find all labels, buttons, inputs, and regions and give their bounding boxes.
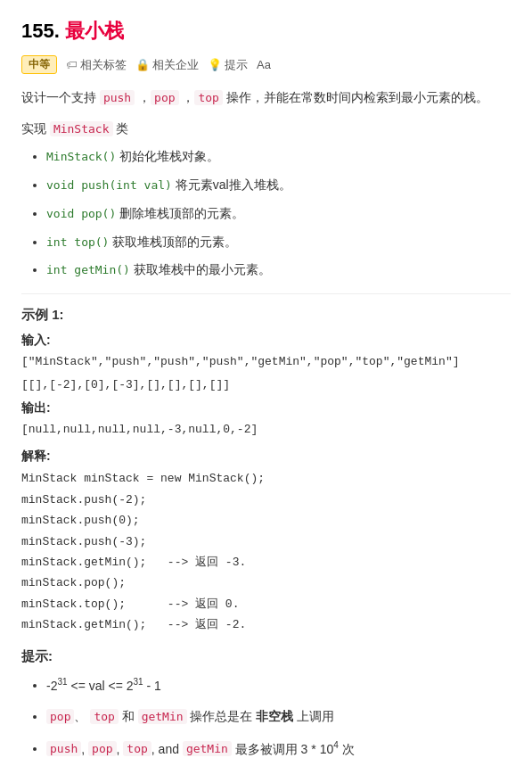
method-desc-2: 将元素val推入堆栈。 xyxy=(176,177,291,192)
method-code-4: int top() xyxy=(46,235,109,249)
method-desc-4: 获取堆栈顶部的元素。 xyxy=(112,235,237,249)
method-code-3: void pop() xyxy=(46,207,116,220)
input-line-2: [[],[-2],[0],[-3],[],[],[],[]] xyxy=(21,375,511,395)
list-item: push, pop, top, and getMin 最多被调用 3 * 104… xyxy=(46,737,511,758)
explain-line-5: minStack.getMin(); --> 返回 -3. xyxy=(21,552,511,573)
explain-label: 解释: xyxy=(21,449,511,465)
method-code-5: int getMin() xyxy=(46,263,130,276)
method-desc-1: 初始化堆栈对象。 xyxy=(119,149,219,163)
list-item: void push(int val) 将元素val推入堆栈。 xyxy=(46,175,511,196)
input-block: 输入: ["MinStack","push","push","push","ge… xyxy=(21,333,511,395)
method-list: MinStack() 初始化堆栈对象。 void push(int val) 将… xyxy=(21,146,511,281)
pop-hint-code2: pop xyxy=(88,741,116,756)
list-item: int getMin() 获取堆栈中的最小元素。 xyxy=(46,260,511,281)
implement-label: 实现 MinStack 类 xyxy=(21,121,511,137)
problem-title: 最小栈 xyxy=(65,20,124,42)
method-desc-5: 获取堆栈中的最小元素。 xyxy=(134,262,271,276)
explain-line-3: minStack.push(0); xyxy=(21,510,511,531)
hints-tag-label: 提示 xyxy=(225,57,248,73)
page-title: 155. 最小栈 xyxy=(21,18,511,45)
output-label: 输出: xyxy=(21,400,511,416)
list-item: MinStack() 初始化堆栈对象。 xyxy=(46,146,511,168)
tags-bar: 中等 🏷 相关标签 🔒 相关企业 💡 提示 Aa xyxy=(21,55,511,74)
lock-icon: 🔒 xyxy=(135,58,150,71)
difficulty-tag[interactable]: 中等 xyxy=(21,55,57,74)
pop-hint-code: pop xyxy=(46,709,74,724)
top-hint-code: top xyxy=(90,709,118,724)
list-item: int top() 获取堆栈顶部的元素。 xyxy=(46,232,511,253)
bulb-icon: 💡 xyxy=(208,58,222,71)
explain-line-4: minStack.push(-3); xyxy=(21,531,511,552)
list-item: -231 <= val <= 231 - 1 xyxy=(46,674,511,697)
explain-line-6: minStack.pop(); xyxy=(21,573,511,593)
top-hint-code2: top xyxy=(123,741,151,756)
output-value: [null,null,null,null,-3,null,0,-2] xyxy=(21,420,511,440)
divider-1 xyxy=(21,293,511,294)
input-label: 输入: xyxy=(21,333,511,349)
push-code: push xyxy=(100,90,135,105)
example-title: 示例 1: xyxy=(21,307,511,324)
explain-block: 解释: MinStack minStack = new MinStack(); … xyxy=(21,449,511,635)
related-company-label: 相关企业 xyxy=(152,57,199,73)
push-hint-code: push xyxy=(46,741,81,756)
related-tags[interactable]: 🏷 相关标签 xyxy=(66,57,127,73)
explain-line-1: MinStack minStack = new MinStack(); xyxy=(21,468,511,489)
method-desc-3: 删除堆栈顶部的元素。 xyxy=(119,206,244,220)
list-item: pop、 top 和 getMin 操作总是在 非空栈 上调用 xyxy=(46,705,511,728)
nonempty-stack-bold: 非空栈 xyxy=(256,709,293,723)
method-code-2: void push(int val) xyxy=(46,178,172,192)
related-tags-label: 相关标签 xyxy=(80,57,127,73)
tag-icon: 🏷 xyxy=(66,58,78,71)
getmin-hint-code: getMin xyxy=(138,709,187,724)
output-block: 输出: [null,null,null,null,-3,null,0,-2] xyxy=(21,400,511,440)
minstack-inline: MinStack xyxy=(50,121,113,136)
input-line-1: ["MinStack","push","push","push","getMin… xyxy=(21,352,511,372)
explain-lines: MinStack minStack = new MinStack(); minS… xyxy=(21,468,511,635)
list-item: void pop() 删除堆栈顶部的元素。 xyxy=(46,203,511,225)
explain-line-8: minStack.getMin(); --> 返回 -2. xyxy=(21,614,511,635)
explain-line-7: minStack.top(); --> 返回 0. xyxy=(21,594,511,614)
getmin-hint-code2: getMin xyxy=(183,741,232,756)
pop-code: pop xyxy=(151,90,178,105)
problem-number: 155. xyxy=(21,20,60,42)
font-tag-label: Aa xyxy=(257,58,271,71)
method-code-1: MinStack() xyxy=(46,150,116,163)
hint-title: 提示: xyxy=(21,648,511,665)
hints-tag[interactable]: 💡 提示 xyxy=(208,57,248,73)
font-tag[interactable]: Aa xyxy=(257,58,271,71)
top-code: top xyxy=(194,90,222,105)
explain-line-2: minStack.push(-2); xyxy=(21,490,511,510)
problem-description: 设计一个支持 push ，pop ，top 操作，并能在常数时间内检索到最小元素… xyxy=(21,87,511,109)
related-company[interactable]: 🔒 相关企业 xyxy=(135,57,199,73)
hint-list: -231 <= val <= 231 - 1 pop、 top 和 getMin… xyxy=(21,674,511,758)
